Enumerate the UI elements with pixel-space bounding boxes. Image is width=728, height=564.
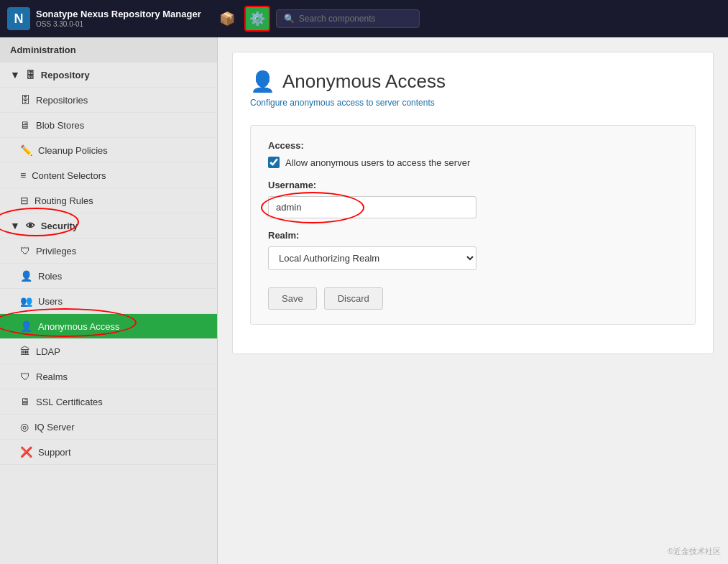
logo-icon: N	[7, 7, 30, 30]
sidebar-item-label: Support	[38, 447, 71, 458]
repos-icon: 🗄	[20, 94, 30, 106]
sidebar-item-privileges[interactable]: 🛡 Privileges	[0, 239, 217, 264]
watermark: ©近金技术社区	[668, 546, 721, 557]
access-label: Access:	[268, 140, 678, 151]
sidebar-item-label: Anonymous Access	[38, 321, 119, 332]
triangle-icon: ▼	[10, 220, 20, 231]
content-panel: 👤 Anonymous Access Configure anonymous a…	[232, 52, 714, 354]
top-navigation: N Sonatype Nexus Repository Manager OSS …	[0, 0, 728, 37]
sidebar-item-anonymous-access[interactable]: 👤 Anonymous Access	[0, 314, 217, 339]
sidebar-item-routing-rules[interactable]: ⊟ Routing Rules	[0, 188, 217, 213]
realm-label: Realm:	[268, 230, 678, 241]
page-icon: 👤	[250, 70, 275, 93]
cleanup-icon: ✏️	[20, 144, 32, 156]
sidebar-item-blob-stores[interactable]: 🖥 Blob Stores	[0, 113, 217, 138]
sidebar: Administration ▼ 🗄 Repository 🗄 Reposito…	[0, 37, 218, 564]
app-title: Sonatype Nexus Repository Manager	[36, 9, 201, 20]
sidebar-item-cleanup-policies[interactable]: ✏️ Cleanup Policies	[0, 138, 217, 163]
search-input[interactable]	[299, 14, 412, 24]
sidebar-item-label: Blob Stores	[36, 120, 84, 131]
sidebar-item-security[interactable]: ▼ 👁 Security	[0, 213, 217, 239]
ssl-icon: 🖥	[20, 396, 30, 407]
allow-anonymous-checkbox[interactable]	[268, 157, 280, 168]
sidebar-item-label: Realms	[36, 371, 68, 382]
page-subtitle: Configure anonymous access to server con…	[250, 98, 696, 108]
selectors-icon: ≡	[20, 170, 26, 181]
repository-icon: 🗄	[26, 70, 35, 80]
users-icon: 👥	[20, 295, 32, 307]
nav-icons: 📦 ⚙️	[214, 6, 270, 32]
sidebar-item-label: Roles	[38, 271, 62, 282]
button-row: Save Discard	[268, 287, 678, 310]
page-title: Anonymous Access	[282, 70, 446, 93]
username-input[interactable]	[268, 196, 476, 218]
search-box[interactable]: 🔍	[276, 9, 420, 28]
settings-icon-button[interactable]: ⚙️	[244, 6, 270, 32]
sidebar-item-label: Privileges	[36, 246, 76, 256]
blob-icon: 🖥	[20, 119, 30, 131]
sidebar-item-label: Content Selectors	[32, 170, 106, 181]
sidebar-item-label: Repository	[41, 70, 90, 80]
iq-icon: ◎	[20, 421, 29, 433]
routing-icon: ⊟	[20, 195, 29, 206]
sidebar-item-iq-server[interactable]: ◎ IQ Server	[0, 415, 217, 440]
allow-anonymous-label: Allow anonymous users to access the serv…	[285, 157, 470, 168]
content-area: 👤 Anonymous Access Configure anonymous a…	[218, 37, 728, 564]
main-layout: Administration ▼ 🗄 Repository 🗄 Reposito…	[0, 37, 728, 564]
privileges-icon: 🛡	[20, 245, 30, 256]
triangle-icon: ▼	[10, 69, 20, 80]
sidebar-item-label: Security	[41, 221, 78, 231]
logo-text: Sonatype Nexus Repository Manager OSS 3.…	[36, 9, 201, 29]
sidebar-item-repositories[interactable]: 🗄 Repositories	[0, 88, 217, 113]
access-checkbox-row: Allow anonymous users to access the serv…	[268, 157, 678, 168]
page-header: 👤 Anonymous Access	[250, 70, 696, 93]
sidebar-item-label: Cleanup Policies	[38, 145, 108, 156]
support-icon: ❌	[20, 446, 32, 458]
realm-select[interactable]: Local Authorizing Realm Default Role Rea…	[268, 246, 476, 270]
package-icon-button[interactable]: 📦	[214, 6, 240, 32]
sidebar-item-label: Repositories	[36, 95, 88, 106]
sidebar-item-label: Routing Rules	[34, 195, 93, 206]
search-icon: 🔍	[284, 14, 295, 24]
username-label: Username:	[268, 180, 678, 190]
anon-icon: 👤	[20, 320, 32, 332]
save-button[interactable]: Save	[268, 287, 317, 310]
app-logo: N Sonatype Nexus Repository Manager OSS …	[7, 7, 201, 30]
sidebar-item-ssl-certs[interactable]: 🖥 SSL Certificates	[0, 389, 217, 415]
security-icon: 👁	[26, 221, 35, 231]
username-input-wrapper	[268, 196, 476, 218]
sidebar-item-realms[interactable]: 🛡 Realms	[0, 364, 217, 389]
sidebar-item-support[interactable]: ❌ Support	[0, 440, 217, 465]
sidebar-item-ldap[interactable]: 🏛 LDAP	[0, 339, 217, 364]
sidebar-item-roles[interactable]: 👤 Roles	[0, 264, 217, 289]
sidebar-item-label: LDAP	[36, 346, 60, 357]
ldap-icon: 🏛	[20, 346, 30, 357]
sidebar-item-label: IQ Server	[34, 422, 75, 433]
sidebar-item-content-selectors[interactable]: ≡ Content Selectors	[0, 163, 217, 188]
discard-button[interactable]: Discard	[324, 287, 383, 310]
sidebar-item-repository[interactable]: ▼ 🗄 Repository	[0, 63, 217, 88]
sidebar-section-header: Administration	[0, 37, 217, 63]
sidebar-item-label: Users	[38, 296, 63, 307]
realms-icon: 🛡	[20, 371, 30, 382]
form-section: Access: Allow anonymous users to access …	[250, 125, 696, 325]
sidebar-item-users[interactable]: 👥 Users	[0, 289, 217, 314]
roles-icon: 👤	[20, 270, 32, 282]
app-version: OSS 3.30.0-01	[36, 20, 201, 29]
sidebar-item-label: SSL Certificates	[36, 397, 103, 407]
